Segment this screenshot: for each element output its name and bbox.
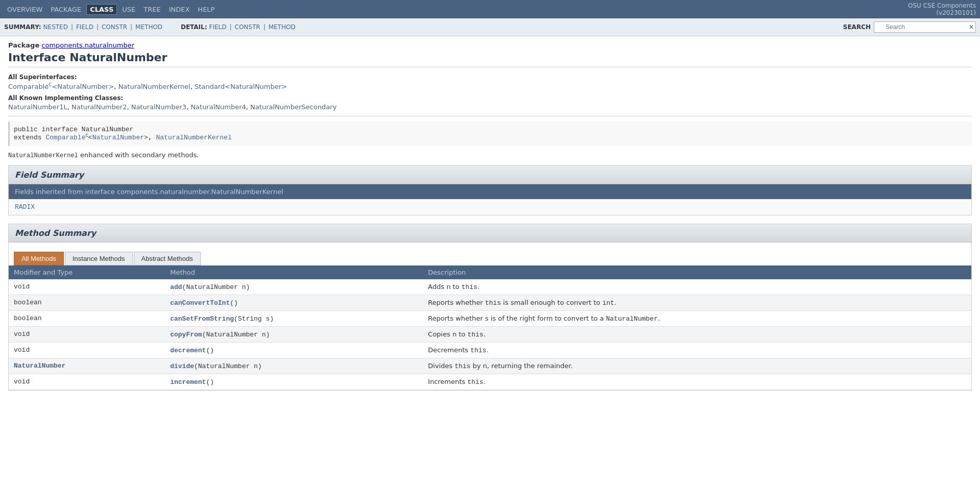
nnsec-link[interactable]: NaturalNumberSecondary bbox=[250, 103, 337, 111]
nav-use[interactable]: USE bbox=[119, 4, 138, 15]
nav-summary-detail: SUMMARY: NESTED | FIELD | CONSTR | METHO… bbox=[4, 23, 296, 31]
nav-index[interactable]: INDEX bbox=[166, 4, 193, 15]
inherited-from-link[interactable]: Fields inherited from interface componen… bbox=[15, 188, 283, 196]
nav-overview[interactable]: OVERVIEW bbox=[4, 4, 45, 15]
comparable-link[interactable]: ComparableC<NaturalNumber> bbox=[8, 83, 114, 90]
method-summary-section: Method Summary All Methods Instance Meth… bbox=[8, 224, 972, 391]
nnkernel-link[interactable]: NaturalNumberKernel bbox=[118, 83, 190, 90]
modifier-type-link[interactable]: NaturalNumber bbox=[14, 362, 65, 370]
search-area: SEARCH 🔍 ✕ bbox=[843, 21, 976, 33]
method-name-link[interactable]: copyFrom bbox=[170, 331, 202, 338]
tab-abstract-methods[interactable]: Abstract Methods bbox=[134, 252, 201, 265]
app-title: OSU CSE Components (v20230101) bbox=[908, 2, 976, 16]
field-summary-section: Field Summary Fields inherited from inte… bbox=[8, 165, 972, 215]
table-row: voidadd(NaturalNumber n)Adds n to this. bbox=[9, 279, 971, 295]
package-link[interactable]: components.naturalnumber bbox=[41, 41, 134, 49]
page-title: Interface NaturalNumber bbox=[8, 51, 972, 67]
nav-links: OVERVIEW PACKAGE CLASS USE TREE INDEX HE… bbox=[4, 4, 218, 15]
method-signature: increment() bbox=[165, 374, 423, 390]
search-input[interactable] bbox=[874, 21, 976, 33]
nnkernel-code-link[interactable]: NaturalNumberKernel bbox=[156, 134, 231, 142]
table-row: voidincrement()Increments this. bbox=[9, 374, 971, 390]
nn4-link[interactable]: NaturalNumber4 bbox=[190, 103, 246, 111]
table-row: booleancanSetFromString(String s)Reports… bbox=[9, 310, 971, 326]
table-row: voidcopyFrom(NaturalNumber n)Copies n to… bbox=[9, 326, 971, 342]
method-modifier: void bbox=[9, 342, 165, 358]
search-label: SEARCH bbox=[843, 23, 871, 31]
table-row: NaturalNumberdivide(NaturalNumber n)Divi… bbox=[9, 358, 971, 374]
method-summary-title: Method Summary bbox=[9, 224, 971, 243]
method-modifier: NaturalNumber bbox=[9, 358, 165, 374]
method-modifier: void bbox=[9, 374, 165, 390]
method-name-link[interactable]: divide bbox=[170, 362, 194, 370]
nn1l-link[interactable]: NaturalNumber1L bbox=[8, 103, 67, 111]
divider-1 bbox=[8, 116, 972, 116]
main-content: Package components.naturalnumber Interfa… bbox=[0, 36, 980, 404]
standard-link[interactable]: Standard<NaturalNumber> bbox=[195, 83, 287, 90]
detail-constr[interactable]: CONSTR bbox=[235, 23, 260, 31]
method-description: Decrements this. bbox=[423, 342, 971, 358]
nn3-link[interactable]: NaturalNumber3 bbox=[131, 103, 186, 111]
col-description: Description bbox=[423, 265, 971, 279]
method-name-link[interactable]: canConvertToInt bbox=[170, 299, 230, 307]
superinterfaces-content: ComparableC<NaturalNumber>, NaturalNumbe… bbox=[8, 82, 972, 90]
summary-constr[interactable]: CONSTR bbox=[102, 23, 127, 31]
comparable-code-link[interactable]: Comparable bbox=[45, 134, 85, 142]
method-description: Increments this. bbox=[423, 374, 971, 390]
method-name-link[interactable]: increment bbox=[170, 378, 206, 386]
method-name-link[interactable]: add bbox=[170, 283, 182, 291]
summary-label: SUMMARY: bbox=[4, 23, 41, 31]
method-modifier: boolean bbox=[9, 295, 165, 310]
method-description: Copies n to this. bbox=[423, 326, 971, 342]
method-signature: copyFrom(NaturalNumber n) bbox=[165, 326, 423, 342]
nav-class[interactable]: CLASS bbox=[86, 4, 117, 15]
tab-all-methods[interactable]: All Methods bbox=[14, 252, 64, 265]
search-clear-icon[interactable]: ✕ bbox=[969, 23, 974, 31]
interface-declaration: public interface NaturalNumber extends C… bbox=[8, 122, 972, 146]
package-label: Package components.naturalnumber bbox=[8, 41, 972, 49]
nn2-link[interactable]: NaturalNumber2 bbox=[71, 103, 127, 111]
nav-help[interactable]: HELP bbox=[195, 4, 218, 15]
detail-label: DETAIL: bbox=[181, 23, 207, 31]
implementing-content: NaturalNumber1L, NaturalNumber2, Natural… bbox=[8, 103, 972, 111]
top-navigation: OVERVIEW PACKAGE CLASS USE TREE INDEX HE… bbox=[0, 0, 980, 18]
method-signature: add(NaturalNumber n) bbox=[165, 279, 423, 295]
method-description: Reports whether s is of the right form t… bbox=[423, 310, 971, 326]
nav-tree[interactable]: TREE bbox=[140, 4, 163, 15]
inherited-fields-content: RADIX bbox=[9, 199, 971, 215]
tab-instance-methods[interactable]: Instance Methods bbox=[65, 252, 133, 265]
inherited-fields-header: Fields inherited from interface componen… bbox=[9, 184, 971, 199]
detail-field[interactable]: FIELD bbox=[209, 23, 227, 31]
method-name-link[interactable]: canSetFromString bbox=[170, 315, 234, 323]
implementing-label: All Known Implementing Classes: bbox=[8, 94, 972, 102]
nn-code-link[interactable]: NaturalNumber bbox=[92, 134, 144, 142]
detail-method[interactable]: METHOD bbox=[269, 23, 296, 31]
summary-field[interactable]: FIELD bbox=[76, 23, 93, 31]
method-modifier: boolean bbox=[9, 310, 165, 326]
search-wrapper: 🔍 ✕ bbox=[874, 21, 976, 33]
nav-package[interactable]: PACKAGE bbox=[47, 4, 84, 15]
method-modifier: void bbox=[9, 326, 165, 342]
summary-method[interactable]: METHOD bbox=[135, 23, 162, 31]
col-method: Method bbox=[165, 265, 423, 279]
table-row: voiddecrement()Decrements this. bbox=[9, 342, 971, 358]
method-tabs: All Methods Instance Methods Abstract Me… bbox=[9, 248, 971, 265]
method-signature: canSetFromString(String s) bbox=[165, 310, 423, 326]
summary-navigation: SUMMARY: NESTED | FIELD | CONSTR | METHO… bbox=[0, 18, 980, 36]
method-signature: canConvertToInt() bbox=[165, 295, 423, 310]
method-description: Divides this by n, returning the remaind… bbox=[423, 358, 971, 374]
summary-nested[interactable]: NESTED bbox=[43, 23, 68, 31]
methods-table: Modifier and Type Method Description voi… bbox=[9, 265, 971, 390]
method-name-link[interactable]: decrement bbox=[170, 347, 206, 354]
method-modifier: void bbox=[9, 279, 165, 295]
method-description: Adds n to this. bbox=[423, 279, 971, 295]
method-signature: decrement() bbox=[165, 342, 423, 358]
method-description: Reports whether this is small enough to … bbox=[423, 295, 971, 310]
interface-description: NaturalNumberKernel enhanced with second… bbox=[8, 151, 972, 159]
superinterfaces-label: All Superinterfaces: bbox=[8, 74, 972, 81]
field-summary-title: Field Summary bbox=[9, 166, 971, 184]
radix-link[interactable]: RADIX bbox=[15, 203, 35, 211]
col-modifier: Modifier and Type bbox=[9, 265, 165, 279]
method-signature: divide(NaturalNumber n) bbox=[165, 358, 423, 374]
table-row: booleancanConvertToInt()Reports whether … bbox=[9, 295, 971, 310]
